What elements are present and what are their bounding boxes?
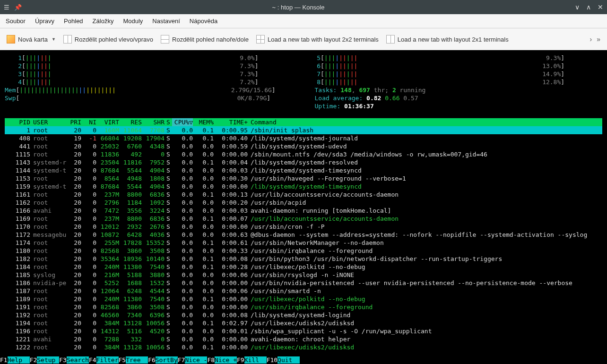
fn-label[interactable]: Help xyxy=(8,356,30,364)
app-menu-icon[interactable]: ☰ xyxy=(4,4,9,11)
layout-2x1-button[interactable]: Load a new tab with layout 2x1 terminals xyxy=(386,35,509,43)
process-row[interactable]: 1185syslog200216M51883880S0.00.00:00.06/… xyxy=(5,271,602,279)
process-row[interactable]: 1187root2001206462484544S0.00.00:00.06/u… xyxy=(5,287,602,295)
process-row[interactable]: 1143systemd-r20023504118167952S0.00.10:0… xyxy=(5,158,602,166)
process-row[interactable]: 1115root200118364920S0.00.00:00.00/sbin/… xyxy=(5,150,602,158)
menu-view[interactable]: Pohled xyxy=(64,17,83,25)
process-row[interactable]: 1161root200237M88006836S0.00.10:00.13/us… xyxy=(5,191,602,199)
cpu-meter: 6[|||||||||13.0%] xyxy=(304,62,602,70)
process-table-header[interactable]: PIDUSERPRINIVIRTRESSHRSCPU%▽MEM%TIME+Com… xyxy=(5,118,602,126)
split-horizontal-icon xyxy=(161,35,169,43)
fn-key[interactable]: F1 xyxy=(0,356,8,364)
mem-meter: Mem[||||||||||||||||||||||||||2.79G/15.6… xyxy=(5,86,304,94)
cpu-meter: 8[|||||||||12.8%] xyxy=(304,78,602,86)
load-info: Load average: 0.82 0.66 0.57 xyxy=(304,94,602,102)
cpu-meter: 7[|||||||||14.9%] xyxy=(304,70,602,78)
fn-label[interactable]: Filter xyxy=(96,356,119,364)
process-row[interactable]: 1169root200237M88006836S0.00.10:00.07/us… xyxy=(5,215,602,223)
process-row[interactable]: 1194root200384M1312810056S0.00.10:02.97/… xyxy=(5,319,602,327)
fn-label[interactable]: Tree xyxy=(126,356,148,364)
cpu-meter: 1[|||||||9.0%] xyxy=(5,54,304,62)
split-lr-label: Rozdělit pohled vlevo/vpravo xyxy=(75,36,153,43)
cpu-meter: 4[|||||||7.2%] xyxy=(5,78,304,86)
minimize-button[interactable]: ∨ xyxy=(575,3,580,11)
process-row[interactable]: 1170root2001201229322676S0.00.00:00.00/u… xyxy=(5,223,602,231)
window-title: ~ : htop — Konsole xyxy=(22,4,575,11)
menu-edit[interactable]: Úpravy xyxy=(35,17,54,25)
layout-2x2-button[interactable]: Load a new tab with layout 2x2 terminals xyxy=(256,35,379,43)
terminal[interactable]: 1[|||||||9.0%]2[|||||||7.3%]3[|||||||7.3… xyxy=(0,50,607,364)
pin-icon[interactable]: 📌 xyxy=(14,4,22,11)
uptime-info: Uptime: 01:36:37 xyxy=(304,102,602,110)
layout-2x2-label: Load a new tab with layout 2x2 terminals xyxy=(268,36,379,43)
menu-file[interactable]: Soubor xyxy=(6,17,26,25)
process-row[interactable]: 1162root200279611841092S0.00.00:00.20/us… xyxy=(5,199,602,207)
split-tb-button[interactable]: Rozdělit pohled nahoře/dole xyxy=(161,35,249,43)
tasks-info: Tasks: 148, 697 thr; 2 running xyxy=(304,86,602,94)
process-row[interactable]: 1221avahi20072883320S0.00.00:00.00avahi-… xyxy=(5,335,602,343)
process-row[interactable]: 1196root2001431251164520S0.00.00:00.01/s… xyxy=(5,327,602,335)
fn-key[interactable]: F2 xyxy=(30,356,37,364)
process-row[interactable]: 1172messagebu2001087264284036S0.00.00:00… xyxy=(5,231,602,239)
fn-key[interactable]: F6 xyxy=(148,356,156,364)
process-row[interactable]: 1222root200384M1312810056S0.00.10:00.00/… xyxy=(5,343,602,351)
menu-settings[interactable]: Nastavení xyxy=(152,17,180,25)
menu-bookmarks[interactable]: Záložky xyxy=(93,17,114,25)
function-key-bar: F1Help F2Setup F3SearchF4FilterF5Tree F6… xyxy=(0,356,607,364)
process-row[interactable]: 1180root2008256838603508S0.00.00:00.33/u… xyxy=(5,247,602,255)
fn-key[interactable]: F5 xyxy=(119,356,126,364)
fn-key[interactable]: F7 xyxy=(178,356,185,364)
process-row[interactable]: 1144systemd-t2008768455444904S0.00.00:00… xyxy=(5,166,602,174)
fn-key[interactable]: F4 xyxy=(89,356,96,364)
menu-plugins[interactable]: Moduly xyxy=(123,17,143,25)
maximize-button[interactable]: ∧ xyxy=(586,3,591,11)
cpu-meter: 5[|||||||||9.3%] xyxy=(304,54,602,62)
process-row[interactable]: 1182root200353641893610140S0.00.10:00.08… xyxy=(5,255,602,263)
process-row[interactable]: 441root2002503267604348S0.00.00:00.59/li… xyxy=(5,142,602,150)
split-vertical-icon xyxy=(63,35,72,43)
fn-label[interactable]: Nice + xyxy=(215,356,237,364)
process-row[interactable]: 1192root2004656073406396S0.00.00:00.08/l… xyxy=(5,311,602,319)
process-row[interactable]: 1166avahi200747235563224S0.00.00:00.03av… xyxy=(5,207,602,215)
new-tab-label: Nová karta xyxy=(18,36,48,43)
fn-key[interactable]: F9 xyxy=(237,356,244,364)
split-lr-button[interactable]: Rozdělit pohled vlevo/vpravo xyxy=(63,35,153,43)
process-row[interactable]: 1159systemd-t2008768455444904S0.00.00:00… xyxy=(5,182,602,191)
grid-2x2-icon xyxy=(256,35,265,43)
fn-label[interactable]: Kill xyxy=(244,356,267,364)
process-row[interactable]: 408root19-1668041920817904S0.00.10:00.40… xyxy=(5,134,602,142)
layout-2x1-label: Load a new tab with layout 2x1 terminals xyxy=(398,36,509,43)
cpu-meter: 2[|||||||7.3%] xyxy=(5,62,304,70)
new-tab-button[interactable]: Nová karta ▼ xyxy=(7,35,56,43)
toolbar-more-icon[interactable]: › xyxy=(590,35,592,43)
title-bar: ☰ 📌 ~ : htop — Konsole ∨ ∧ ✕ xyxy=(0,0,607,14)
chevron-down-icon[interactable]: ▼ xyxy=(52,37,56,42)
fn-label[interactable]: Search xyxy=(67,356,89,364)
toolbar: Nová karta ▼ Rozdělit pohled vlevo/vprav… xyxy=(0,28,607,50)
fn-key[interactable]: F3 xyxy=(59,356,67,364)
menu-bar: Soubor Úpravy Pohled Záložky Moduly Nast… xyxy=(0,14,607,28)
grid-2x1-icon xyxy=(386,35,395,43)
swp-meter: Swp[0K/8.79G] xyxy=(5,94,304,102)
fn-label[interactable]: SortBy xyxy=(156,356,178,364)
process-row[interactable]: 1184root200240M113807540S0.00.10:00.28/u… xyxy=(5,263,602,271)
toolbar-overflow-icon[interactable]: » xyxy=(597,35,600,43)
process-row[interactable]: 1186nvidia-pe200525216881532S0.00.00:00.… xyxy=(5,279,602,287)
fn-key[interactable]: F10 xyxy=(267,356,277,364)
close-button[interactable]: ✕ xyxy=(598,3,603,11)
fn-label[interactable]: Nice - xyxy=(185,356,207,364)
process-row[interactable]: 1191root2008256838603508S0.00.00:00.00/u… xyxy=(5,303,602,311)
menu-help[interactable]: Nápověda xyxy=(190,17,217,25)
cpu-meter: 3[|||||||7.3%] xyxy=(5,70,304,78)
fn-label[interactable]: Quit xyxy=(277,356,300,364)
process-row[interactable]: 1174root200255M1782815352S0.00.10:00.61/… xyxy=(5,239,602,247)
process-row[interactable]: 1189root200240M113807540S0.00.10:00.00/u… xyxy=(5,295,602,303)
process-row[interactable]: 1root200160M110647708S0.00.10:00.95/sbin… xyxy=(5,126,602,134)
fn-key[interactable]: F8 xyxy=(207,356,215,364)
fn-label[interactable]: Setup xyxy=(37,356,59,364)
process-row[interactable]: 1153root200856449481808S0.00.00:00.30/us… xyxy=(5,174,602,182)
split-tb-label: Rozdělit pohled nahoře/dole xyxy=(172,36,249,43)
new-tab-icon xyxy=(7,35,15,43)
